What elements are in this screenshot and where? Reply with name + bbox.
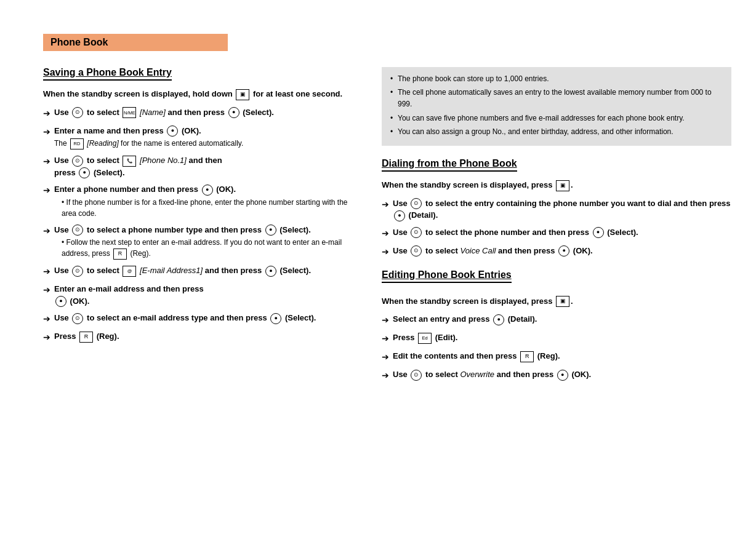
dialing-step-2: ➔ Use ⊙ to select the phone number and t… — [382, 226, 731, 240]
phone-icon: 📞 — [123, 156, 136, 167]
d-arrow-1: ➔ — [382, 198, 389, 211]
saving-step-8: ➔ Use ⊙ to select an e-mail address type… — [43, 312, 357, 325]
saving-title: Saving a Phone Book Entry — [43, 67, 172, 81]
e-arrow-1: ➔ — [382, 314, 389, 327]
arrow-icon-6: ➔ — [43, 265, 50, 278]
arrow-icon-5: ➔ — [43, 225, 50, 237]
nav-icon-5: ⊙ — [72, 225, 83, 236]
d-nav-3: ⊙ — [411, 245, 422, 257]
e-ok-4: ● — [557, 370, 568, 381]
saving-step-2: ➔ Enter a name and then press ● (OK). Th… — [43, 125, 357, 149]
arrow-icon-3: ➔ — [43, 155, 50, 168]
saving-step-7: ➔ Enter an e-mail address and then press… — [43, 283, 357, 307]
ok-icon-4: ● — [202, 185, 213, 196]
nav-icon-6: ⊙ — [72, 266, 83, 277]
right-column: The phone book can store up to 1,000 ent… — [382, 67, 731, 545]
select-icon-3: ● — [79, 167, 90, 178]
saving-step-3: ➔ Use ⊙ to select 📞 [Phone No.1] and the… — [43, 154, 357, 178]
e-detail-1: ● — [493, 314, 504, 325]
arrow-icon-7: ➔ — [43, 284, 50, 296]
d-select-2: ● — [593, 227, 604, 238]
phonebook-icon-e: ▣ — [556, 296, 569, 307]
editing-intro: When the standby screen is displayed, pr… — [382, 295, 731, 308]
info-item-3: You can save five phone numbers and five… — [390, 113, 723, 124]
d-arrow-2: ➔ — [382, 227, 389, 240]
section-header-text: Phone Book — [50, 37, 108, 47]
e-arrow-2: ➔ — [382, 332, 389, 345]
arrow-icon-8: ➔ — [43, 312, 50, 325]
left-column: Saving a Phone Book Entry When the stand… — [43, 67, 363, 545]
arrow-icon-2: ➔ — [43, 125, 50, 138]
dialing-title: Dialing from the Phone Book — [382, 158, 517, 172]
e-arrow-3: ➔ — [382, 351, 389, 364]
name-icon: N/ME — [123, 107, 136, 118]
saving-step-6: ➔ Use ⊙ to select @ [E-mail Address1] an… — [43, 265, 357, 278]
select-icon-8: ● — [270, 313, 281, 324]
info-box: The phone book can store up to 1,000 ent… — [382, 67, 731, 146]
saving-step-5: ➔ Use ⊙ to select a phone number type an… — [43, 224, 357, 260]
reg-icon-5: R — [113, 249, 127, 260]
info-list: The phone book can store up to 1,000 ent… — [390, 73, 723, 138]
info-item-2: The cell phone automatically saves an en… — [390, 87, 723, 110]
nav-icon-8: ⊙ — [72, 313, 83, 324]
d-detail-1: ● — [394, 210, 405, 221]
ok-icon: ● — [167, 125, 178, 137]
select-icon-6: ● — [265, 266, 276, 277]
d-nav-2: ⊙ — [411, 227, 422, 238]
saving-intro: When the standby screen is displayed, ho… — [43, 88, 357, 100]
dialing-step-1: ➔ Use ⊙ to select the entry containing t… — [382, 197, 731, 221]
dialing-intro: When the standby screen is displayed, pr… — [382, 179, 731, 191]
e-reg-icon: R — [520, 351, 534, 362]
d-nav-1: ⊙ — [411, 198, 422, 209]
nav-icon: ⊙ — [72, 107, 83, 118]
arrow-icon-9: ➔ — [43, 331, 50, 344]
select-icon: ● — [228, 107, 239, 118]
saving-step-1: ➔ Use ⊙ to select N/ME [Name] and then p… — [43, 106, 357, 120]
editing-step-3: ➔ Edit the contents and then press R (Re… — [382, 350, 731, 364]
section-header: Phone Book — [43, 34, 228, 51]
editing-step-4: ➔ Use ⊙ to select Overwrite and then pre… — [382, 368, 731, 382]
phonebook-icon-d: ▣ — [556, 180, 569, 191]
info-item-1: The phone book can store up to 1,000 ent… — [390, 73, 723, 85]
info-item-4: You can also assign a group No., and ent… — [390, 126, 723, 138]
arrow-icon-1: ➔ — [43, 107, 50, 120]
select-icon-5: ● — [265, 225, 276, 236]
d-arrow-3: ➔ — [382, 245, 389, 258]
editing-title: Editing Phone Book Entries — [382, 269, 512, 283]
email-icon: @ — [123, 266, 136, 277]
editing-step-1: ➔ Select an entry and press ● (Detail). — [382, 313, 731, 327]
d-ok-3: ● — [558, 245, 569, 257]
e-arrow-4: ➔ — [382, 369, 389, 382]
ok-icon-7: ● — [55, 296, 66, 307]
reading-icon: RD — [70, 138, 84, 149]
arrow-icon-4: ➔ — [43, 184, 50, 197]
nav-icon-3: ⊙ — [72, 156, 83, 167]
e-edit-icon: Ed — [418, 333, 432, 344]
reg-icon-9: R — [79, 332, 93, 343]
hold-icon: ▣ — [236, 89, 249, 100]
editing-step-2: ➔ Press Ed (Edit). — [382, 332, 731, 345]
saving-step-4: ➔ Enter a phone number and then press ● … — [43, 183, 357, 219]
dialing-step-3: ➔ Use ⊙ to select Voice Call and then pr… — [382, 245, 731, 258]
e-nav-4: ⊙ — [411, 370, 422, 381]
saving-step-9: ➔ Press R (Reg). — [43, 330, 357, 344]
